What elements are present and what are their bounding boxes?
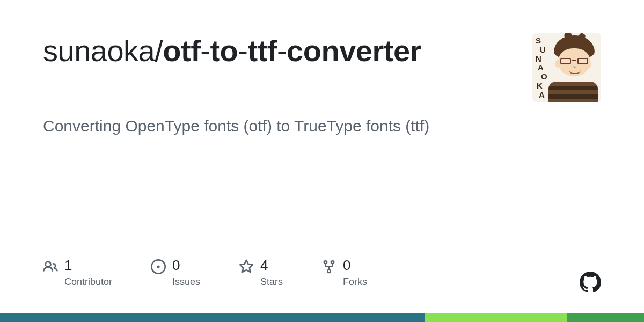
language-segment bbox=[0, 313, 425, 322]
language-bar bbox=[0, 313, 644, 322]
repo-description: Converting OpenType fonts (otf) to TrueT… bbox=[43, 115, 451, 137]
github-mark-icon[interactable] bbox=[580, 272, 601, 293]
repo-stats: 1 Contributor 0 Issues 4 Stars bbox=[43, 258, 367, 288]
language-segment bbox=[425, 313, 567, 322]
title-row: sunaoka/otf-to-ttf-converter S U N A O K… bbox=[43, 33, 601, 102]
forks-label: Forks bbox=[343, 276, 367, 288]
stat-issues[interactable]: 0 Issues bbox=[151, 258, 200, 288]
stat-forks[interactable]: 0 Forks bbox=[321, 258, 367, 288]
stars-count: 4 bbox=[260, 258, 283, 272]
fork-icon bbox=[321, 259, 336, 274]
avatar-letters: S U N A O K A bbox=[536, 36, 547, 99]
repo-social-card: sunaoka/otf-to-ttf-converter S U N A O K… bbox=[0, 0, 644, 322]
contributors-count: 1 bbox=[64, 258, 112, 272]
repo-name[interactable]: otf-to-ttf-converter bbox=[163, 34, 421, 68]
title-separator: / bbox=[155, 34, 163, 68]
content: sunaoka/otf-to-ttf-converter S U N A O K… bbox=[43, 33, 601, 137]
owner-avatar[interactable]: S U N A O K A bbox=[532, 33, 601, 102]
stat-contributors[interactable]: 1 Contributor bbox=[43, 258, 112, 288]
star-icon bbox=[239, 259, 254, 274]
contributors-label: Contributor bbox=[64, 276, 112, 288]
issues-count: 0 bbox=[172, 258, 200, 272]
repo-title[interactable]: sunaoka/otf-to-ttf-converter bbox=[43, 33, 421, 69]
repo-owner[interactable]: sunaoka bbox=[43, 34, 155, 68]
forks-count: 0 bbox=[343, 258, 367, 272]
stat-stars[interactable]: 4 Stars bbox=[239, 258, 283, 288]
language-segment bbox=[567, 313, 644, 322]
issues-label: Issues bbox=[172, 276, 200, 288]
stars-label: Stars bbox=[260, 276, 283, 288]
issue-icon bbox=[151, 259, 166, 274]
people-icon bbox=[43, 259, 58, 274]
